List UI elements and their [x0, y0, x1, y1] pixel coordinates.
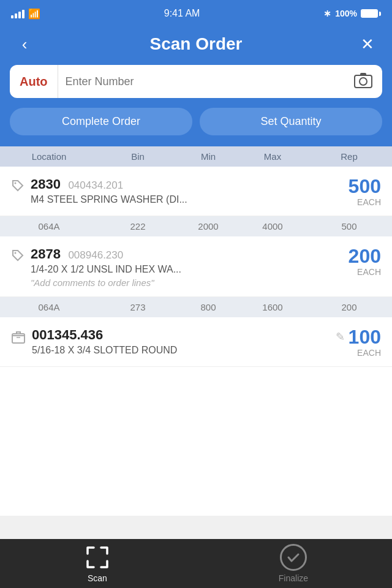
status-bar: 📶 9:41 AM ∗ 100% [0, 0, 392, 27]
bluetooth-icon: ∗ [323, 8, 331, 19]
finalize-label: Finalize [279, 573, 308, 583]
svg-rect-2 [360, 73, 366, 76]
row-rep-2: 200 [306, 302, 392, 312]
tag-icon-1 [11, 179, 24, 196]
row-max-2: 1600 [239, 302, 306, 312]
close-button[interactable]: ✕ [355, 35, 380, 54]
row-min-2: 800 [178, 302, 239, 312]
search-bar: Auto [10, 65, 382, 98]
item-qty-unit-2: EACH [349, 267, 381, 277]
item-sku-2: 008946.230 [68, 249, 123, 261]
camera-button[interactable] [344, 72, 382, 91]
row-rep-1: 500 [306, 221, 392, 232]
box-icon-3 [11, 330, 26, 348]
content-area: 2830 040434.201 M4 STEEL SPRING WASHER (… [0, 167, 392, 516]
row-details-2: 064A 273 800 1600 200 [0, 297, 392, 317]
item-number-3: 001345.436 [32, 327, 103, 342]
item-qty-1: 500 EACH [349, 176, 381, 207]
battery-percentage: 100% [335, 9, 357, 18]
item-name-1: M4 STEEL SPRING WASHER (DI... [31, 194, 349, 205]
wifi-icon: 📶 [28, 8, 40, 20]
status-bar-left: 📶 [11, 8, 40, 20]
auto-button[interactable]: Auto [10, 65, 58, 98]
battery-icon [361, 9, 381, 18]
item-name-3: 5/16-18 X 3/4 SLOTTED ROUND [32, 345, 336, 356]
col-header-bin: Bin [98, 151, 178, 162]
item-name-2: 1/4-20 X 1/2 UNSL IND HEX WA... [31, 264, 349, 275]
col-header-max: Max [239, 151, 306, 162]
order-item-1[interactable]: 2830 040434.201 M4 STEEL SPRING WASHER (… [0, 167, 392, 216]
scan-icon [84, 544, 111, 571]
page-title: Scan Order [37, 34, 355, 54]
item-qty-num-1: 500 [349, 176, 381, 196]
svg-point-3 [15, 183, 17, 184]
pencil-icon-3: ✎ [336, 330, 345, 344]
set-quantity-button[interactable]: Set Quantity [200, 108, 382, 135]
item-details-1: 2830 040434.201 M4 STEEL SPRING WASHER (… [31, 176, 349, 205]
complete-order-button[interactable]: Complete Order [10, 108, 192, 135]
order-item-2[interactable]: 2878 008946.230 1/4-20 X 1/2 UNSL IND HE… [0, 236, 392, 297]
col-header-min: Min [178, 151, 239, 162]
item-number-2: 2878 [31, 246, 61, 262]
row-bin-1: 222 [98, 221, 178, 232]
tag-icon-2 [11, 249, 24, 266]
item-details-3: 001345.436 5/16-18 X 3/4 SLOTTED ROUND [32, 327, 336, 356]
row-max-1: 4000 [239, 221, 306, 232]
item-qty-unit-1: EACH [349, 197, 381, 207]
item-comment-2: "Add comments to order lines" [31, 277, 349, 288]
header: ‹ Scan Order ✕ [0, 27, 392, 65]
finalize-icon [280, 544, 307, 571]
order-item-3[interactable]: 001345.436 5/16-18 X 3/4 SLOTTED ROUND ✎… [0, 317, 392, 367]
svg-point-4 [15, 252, 17, 254]
item-qty-unit-3: EACH [336, 348, 381, 358]
item-qty-num-3: 100 [349, 327, 381, 347]
bottom-nav: Scan Finalize [0, 539, 392, 588]
col-header-rep: Rep [306, 151, 392, 162]
signal-icon [11, 9, 24, 18]
col-header-location: Location [0, 151, 98, 162]
scan-label: Scan [88, 573, 107, 583]
action-buttons: Complete Order Set Quantity [0, 108, 392, 146]
back-button[interactable]: ‹ [12, 35, 37, 54]
row-location-1: 064A [0, 221, 98, 232]
row-min-1: 2000 [178, 221, 239, 232]
row-location-2: 064A [0, 302, 98, 312]
item-qty-num-2: 200 [349, 246, 381, 266]
nav-scan[interactable]: Scan [84, 544, 111, 583]
status-bar-right: ∗ 100% [323, 8, 381, 19]
svg-point-1 [360, 78, 367, 85]
item-details-2: 2878 008946.230 1/4-20 X 1/2 UNSL IND HE… [31, 246, 349, 288]
item-number-1: 2830 [31, 176, 61, 192]
column-headers: Location Bin Min Max Rep [0, 146, 392, 167]
row-details-1: 064A 222 2000 4000 500 [0, 216, 392, 236]
search-bar-container: Auto [0, 65, 392, 108]
camera-icon [354, 72, 372, 88]
item-sku-1: 040434.201 [68, 179, 123, 191]
item-qty-2: 200 EACH [349, 246, 381, 277]
row-bin-2: 273 [98, 302, 178, 312]
nav-finalize[interactable]: Finalize [279, 544, 308, 583]
status-time: 9:41 AM [164, 8, 200, 19]
search-input[interactable] [58, 75, 344, 88]
item-qty-3: ✎ 100 EACH [336, 327, 381, 358]
